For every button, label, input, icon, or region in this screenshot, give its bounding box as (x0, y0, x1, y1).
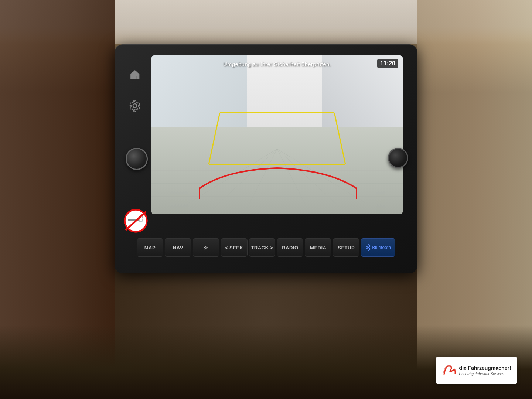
svg-rect-18 (133, 76, 136, 79)
infotainment-screen: Umgebung zu Ihrer Sicherheit überprüfen.… (151, 55, 403, 214)
camera-view: Umgebung zu Ihrer Sicherheit überprüfen.… (151, 55, 403, 214)
button-strip: MAP NAV ☆ < SEEK TRACK > RADIO MEDIA SET… (137, 236, 395, 259)
svg-rect-26 (139, 219, 142, 221)
logo-brand: die Fahrzeugmacher! Echt abgefahrener Se… (442, 363, 511, 378)
left-knob[interactable] (126, 148, 148, 170)
settings-button[interactable] (127, 98, 143, 114)
radio-button[interactable]: RADIO (277, 238, 303, 257)
right-knob[interactable] (388, 148, 408, 168)
home-button[interactable] (127, 66, 143, 83)
svg-point-20 (133, 104, 137, 108)
logo-brand-name: die Fahrzeugmacher! (459, 365, 511, 371)
head-unit-bezel: Umgebung zu Ihrer Sicherheit überprüfen.… (115, 44, 417, 273)
bluetooth-label: Bluetooth (372, 245, 391, 250)
nav-button[interactable]: NAV (165, 238, 191, 257)
map-button[interactable]: MAP (137, 238, 163, 257)
clock-display: 11:20 (377, 59, 398, 68)
no-smoking-sign (124, 209, 148, 233)
bluetooth-button[interactable]: Bluetooth (361, 238, 395, 257)
svg-line-13 (334, 113, 345, 164)
seek-button[interactable]: < SEEK (221, 238, 248, 257)
logo-icon (442, 363, 457, 378)
safety-message: Umgebung zu Ihrer Sicherheit überprüfen. (151, 61, 403, 67)
setup-button[interactable]: SETUP (333, 238, 359, 257)
svg-line-12 (209, 113, 220, 164)
logo-watermark: die Fahrzeugmacher! Echt abgefahrener Se… (436, 357, 517, 384)
parking-guidelines (151, 55, 403, 214)
favorite-button[interactable]: ☆ (193, 238, 219, 257)
sidebar-icons (122, 55, 148, 214)
track-button[interactable]: TRACK > (249, 238, 276, 257)
logo-tagline: Echt abgefahrener Service. (459, 372, 511, 376)
showroom-background (115, 0, 417, 44)
media-button[interactable]: MEDIA (305, 238, 331, 257)
